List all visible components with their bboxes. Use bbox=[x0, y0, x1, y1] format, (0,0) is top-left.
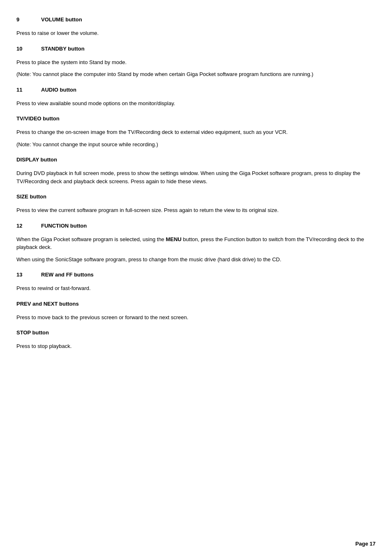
page-number: Page 17 bbox=[355, 541, 376, 547]
section-title-display: DISPLAY button bbox=[16, 157, 376, 163]
section-display: DISPLAY buttonDuring DVD playback in ful… bbox=[16, 157, 376, 185]
section-title-audio: AUDIO button bbox=[41, 87, 76, 93]
section-paragraph-volume: Press to raise or lower the volume. bbox=[16, 29, 376, 37]
section-body-prevnext: Press to move back to the previous scree… bbox=[16, 313, 376, 322]
section-paragraph-tvvideo: Press to change the on-screen image from… bbox=[16, 128, 376, 136]
section-number-rewff: 13 bbox=[16, 272, 41, 278]
section-number-function: 12 bbox=[16, 223, 41, 229]
section-paragraph-display: During DVD playback in full screen mode,… bbox=[16, 169, 376, 185]
section-paragraph-stop: Press to stop playback. bbox=[16, 342, 376, 350]
section-rewff: 13 REW and FF buttons Press to rewind or… bbox=[16, 272, 376, 292]
section-body-standby: Press to place the system into Stand by … bbox=[16, 58, 376, 78]
section-volume: 9 VOLUME button Press to raise or lower … bbox=[16, 16, 376, 37]
section-title-tvvideo: TV/VIDEO button bbox=[16, 115, 376, 122]
section-title-size: SIZE button bbox=[16, 193, 376, 200]
section-paragraph-function: When the Giga Pocket software program is… bbox=[16, 235, 376, 251]
section-body-rewff: Press to rewind or fast-forward. bbox=[16, 284, 376, 292]
section-tvvideo: TV/VIDEO buttonPress to change the on-sc… bbox=[16, 115, 376, 148]
section-note-standby: (Note: You cannot place the computer int… bbox=[16, 70, 376, 78]
section-paragraph-audio: Press to view available sound mode optio… bbox=[16, 99, 376, 108]
section-number-standby: 10 bbox=[16, 46, 41, 52]
section-title-volume: VOLUME button bbox=[41, 16, 82, 23]
section-prevnext: PREV and NEXT buttonsPress to move back … bbox=[16, 301, 376, 322]
section-body-audio: Press to view available sound mode optio… bbox=[16, 99, 376, 108]
section-header-standby: 10 STANDBY button bbox=[16, 46, 376, 52]
section-paragraph-rewff: Press to rewind or fast-forward. bbox=[16, 284, 376, 292]
section-body-volume: Press to raise or lower the volume. bbox=[16, 29, 376, 37]
section-body-tvvideo: Press to change the on-screen image from… bbox=[16, 128, 376, 148]
section-body-stop: Press to stop playback. bbox=[16, 342, 376, 350]
section-paragraph-function: When using the SonicStage software progr… bbox=[16, 256, 376, 264]
section-title-function: FUNCTION button bbox=[41, 223, 87, 229]
section-title-prevnext: PREV and NEXT buttons bbox=[16, 301, 376, 307]
section-number-audio: 11 bbox=[16, 87, 41, 93]
section-paragraph-standby: Press to place the system into Stand by … bbox=[16, 58, 376, 67]
section-stop: STOP buttonPress to stop playback. bbox=[16, 329, 376, 350]
section-body-display: During DVD playback in full screen mode,… bbox=[16, 169, 376, 185]
section-note-tvvideo: (Note: You cannot change the input sourc… bbox=[16, 140, 376, 149]
section-paragraph-prevnext: Press to move back to the previous scree… bbox=[16, 313, 376, 322]
section-body-function: When the Giga Pocket software program is… bbox=[16, 235, 376, 264]
section-header-volume: 9 VOLUME button bbox=[16, 16, 376, 23]
section-header-function: 12 FUNCTION button bbox=[16, 223, 376, 229]
section-title-stop: STOP button bbox=[16, 329, 376, 336]
section-header-audio: 11 AUDIO button bbox=[16, 87, 376, 93]
section-title-rewff: REW and FF buttons bbox=[41, 272, 94, 278]
section-header-rewff: 13 REW and FF buttons bbox=[16, 272, 376, 278]
section-paragraph-size: Press to view the current software progr… bbox=[16, 206, 376, 214]
section-function: 12 FUNCTION button When the Giga Pocket … bbox=[16, 223, 376, 264]
section-number-volume: 9 bbox=[16, 16, 41, 23]
section-body-size: Press to view the current software progr… bbox=[16, 206, 376, 214]
section-size: SIZE buttonPress to view the current sof… bbox=[16, 193, 376, 214]
section-standby: 10 STANDBY button Press to place the sys… bbox=[16, 46, 376, 78]
section-audio: 11 AUDIO button Press to view available … bbox=[16, 87, 376, 108]
section-title-standby: STANDBY button bbox=[41, 46, 85, 52]
